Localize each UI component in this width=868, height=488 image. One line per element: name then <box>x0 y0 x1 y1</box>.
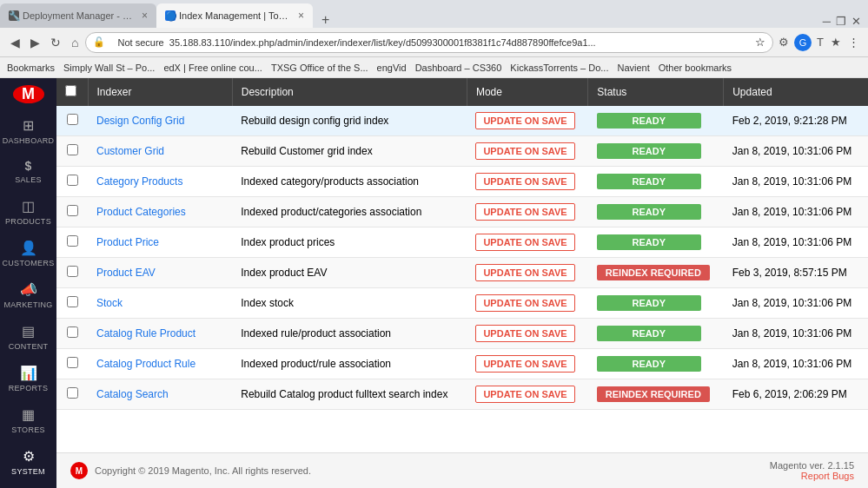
table-row: Product EAV Index product EAV UPDATE ON … <box>56 258 868 288</box>
bookmark-edx[interactable]: edX | Free online cou... <box>163 63 262 73</box>
translate-icon[interactable]: T <box>815 34 825 50</box>
indexer-link-4[interactable]: Product Categories <box>96 206 186 218</box>
indexer-link-2[interactable]: Customer Grid <box>96 145 164 157</box>
tab-favicon-2: 🔵 <box>165 10 176 21</box>
row-mode-1: UPDATE ON SAVE <box>467 106 587 136</box>
th-updated: Updated <box>724 78 868 106</box>
table-row: Catalog Product Rule Indexed product/rul… <box>56 349 868 379</box>
select-all-checkbox[interactable] <box>65 85 76 96</box>
row-checkbox-6[interactable] <box>67 266 78 277</box>
bookmark-navient[interactable]: Navient <box>617 63 649 73</box>
indexer-link-7[interactable]: Stock <box>96 297 123 309</box>
table-row: Stock Index stock UPDATE ON SAVE READY J… <box>56 288 868 319</box>
browser-tab-1[interactable]: 🔧 Deployment Manager - My First ... × <box>0 3 156 28</box>
settings-icon[interactable]: ⋮ <box>846 34 861 50</box>
row-mode-5: UPDATE ON SAVE <box>467 228 587 258</box>
row-indexer-5: Product Price <box>88 228 232 258</box>
star-icon[interactable]: ☆ <box>755 36 765 49</box>
row-status-8: READY <box>588 319 724 349</box>
indexer-link-5[interactable]: Product Price <box>96 236 159 248</box>
sidebar-item-products[interactable]: ◫ PRODUCTS <box>0 191 56 233</box>
toolbar-icons: ⚙ G T ★ ⋮ <box>777 34 861 51</box>
row-status-1: READY <box>588 106 724 136</box>
forward-button[interactable]: ▶ <box>27 34 43 51</box>
bookmark-kickass[interactable]: KickassTorrents – Do... <box>510 63 608 73</box>
report-bugs-link[interactable]: Report Bugs <box>801 471 854 481</box>
indexer-link-3[interactable]: Category Products <box>96 175 182 188</box>
row-checkbox-9[interactable] <box>67 357 78 368</box>
tab-close-2[interactable]: × <box>298 10 304 22</box>
row-checkbox-1[interactable] <box>67 114 78 125</box>
indexer-link-8[interactable]: Catalog Rule Product <box>96 327 195 340</box>
indexer-link-10[interactable]: Catalog Search <box>96 388 169 400</box>
row-checkbox-cell <box>56 167 88 197</box>
marketing-icon: 📣 <box>20 281 37 298</box>
sidebar-item-dashboard[interactable]: ⊞ DASHBOARD <box>0 110 56 152</box>
browser-toolbar: ◀ ▶ ↻ ⌂ 🔓 ☆ ⚙ G T ★ ⋮ <box>0 28 868 57</box>
main-content: Indexer Description Mode Status Updated … <box>56 78 868 488</box>
row-checkbox-4[interactable] <box>67 205 78 216</box>
sidebar-item-customers[interactable]: 👤 CUSTOMERS <box>0 233 56 274</box>
row-description-7: Index stock <box>232 288 467 319</box>
row-checkbox-2[interactable] <box>67 144 78 155</box>
bookmark-other[interactable]: Other bookmarks <box>659 63 732 73</box>
status-badge-2: READY <box>597 143 701 159</box>
sidebar-item-sales[interactable]: $ SALES <box>0 152 56 191</box>
home-button[interactable]: ⌂ <box>68 34 82 51</box>
footer-version: Magento ver. 2.1.15 <box>770 460 854 471</box>
bookmark-bookmarks[interactable]: Bookmarks <box>7 63 55 73</box>
mode-badge-6: UPDATE ON SAVE <box>475 264 574 281</box>
row-checkbox-10[interactable] <box>67 387 78 399</box>
row-checkbox-3[interactable] <box>67 175 78 186</box>
new-tab-button[interactable]: + <box>316 12 335 28</box>
minimize-button[interactable]: ─ <box>823 15 831 28</box>
mode-badge-9: UPDATE ON SAVE <box>475 355 574 373</box>
sidebar-item-marketing[interactable]: 📣 MARKETING <box>0 274 56 316</box>
back-button[interactable]: ◀ <box>7 34 23 51</box>
sidebar-item-find-partners[interactable]: 🤝 FIND PARTNERS & EXTENSIONS <box>0 483 56 488</box>
sidebar-item-stores[interactable]: ▦ STORES <box>0 399 56 441</box>
profile-icon[interactable]: G <box>794 34 812 51</box>
row-updated-2: Jan 8, 2019, 10:31:06 PM <box>724 136 868 167</box>
mode-badge-1: UPDATE ON SAVE <box>475 112 574 129</box>
browser-tab-2[interactable]: 🔵 Index Management | Tools | Sy... × <box>156 3 313 28</box>
reload-button[interactable]: ↻ <box>47 34 64 51</box>
th-indexer: Indexer <box>88 78 232 106</box>
row-indexer-9: Catalog Product Rule <box>88 349 232 379</box>
sidebar-item-system[interactable]: ⚙ SYSTEM <box>0 441 56 483</box>
bookmarks-bar: Bookmarks Simply Wall St – Po... edX | F… <box>0 57 868 78</box>
row-mode-4: UPDATE ON SAVE <box>467 197 587 228</box>
indexer-link-9[interactable]: Catalog Product Rule <box>96 358 195 370</box>
bookmark-txsg[interactable]: TXSG Office of the S... <box>271 63 368 73</box>
app-layout: M ⊞ DASHBOARD $ SALES ◫ PRODUCTS 👤 CUSTO… <box>0 78 868 488</box>
indexer-link-6[interactable]: Product EAV <box>96 267 156 279</box>
row-updated-9: Jan 8, 2019, 10:31:06 PM <box>724 349 868 379</box>
url-bar[interactable] <box>109 35 752 50</box>
dashboard-icon: ⊞ <box>23 117 34 134</box>
products-icon: ◫ <box>22 198 35 214</box>
restore-button[interactable]: ❐ <box>836 15 846 28</box>
row-checkbox-cell <box>56 319 88 349</box>
close-button[interactable]: ✕ <box>851 15 861 28</box>
sidebar-item-content[interactable]: ▤ CONTENT <box>0 316 56 358</box>
row-checkbox-7[interactable] <box>67 296 78 307</box>
extensions-icon[interactable]: ⚙ <box>777 34 791 50</box>
browser-chrome: 🔧 Deployment Manager - My First ... × 🔵 … <box>0 0 868 78</box>
sales-icon: $ <box>25 159 32 173</box>
row-checkbox-8[interactable] <box>67 326 78 338</box>
bookmark-dashboard[interactable]: Dashboard – CS360 <box>415 63 502 73</box>
row-checkbox-5[interactable] <box>67 235 78 247</box>
row-description-5: Index product prices <box>232 228 467 258</box>
footer-logo-text: M <box>76 466 83 476</box>
bookmark-icon[interactable]: ★ <box>829 34 843 50</box>
indexer-link-1[interactable]: Design Config Grid <box>96 115 184 127</box>
row-description-9: Indexed product/rule association <box>232 349 467 379</box>
bookmark-simplywall[interactable]: Simply Wall St – Po... <box>63 63 155 73</box>
row-updated-10: Feb 6, 2019, 2:06:29 PM <box>724 379 868 410</box>
row-updated-6: Feb 3, 2019, 8:57:15 PM <box>724 258 868 288</box>
row-updated-8: Jan 8, 2019, 10:31:06 PM <box>724 319 868 349</box>
tab-close-1[interactable]: × <box>142 10 148 22</box>
row-indexer-6: Product EAV <box>88 258 232 288</box>
sidebar-item-reports[interactable]: 📊 REPORTS <box>0 358 56 399</box>
bookmark-engvid[interactable]: engVid <box>377 63 407 73</box>
